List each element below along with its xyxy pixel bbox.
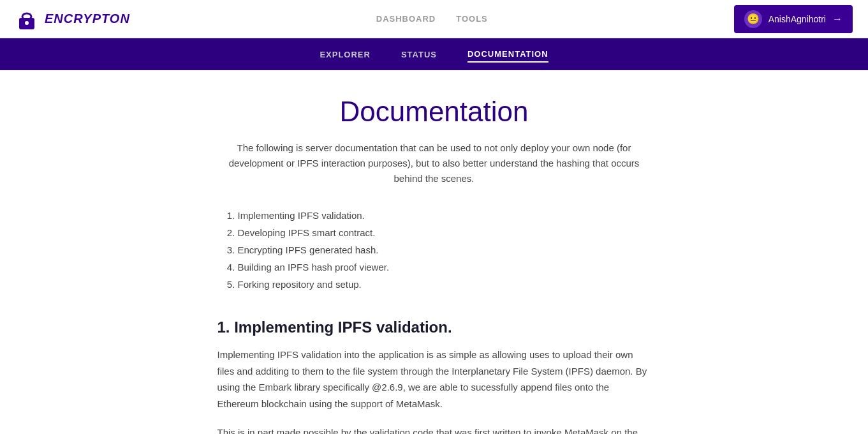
svg-point-2 [25,21,29,25]
lock-icon [15,8,38,31]
logout-icon: → [832,13,842,25]
subnav-status[interactable]: STATUS [401,47,437,62]
main-content: Documentation The following is server do… [205,70,664,434]
section1-title: 1. Implementing IPFS validation. [217,318,651,336]
intro-paragraph: The following is server documentation th… [217,140,651,186]
sub-navbar: EXPLORER STATUS DOCUMENTATION [0,38,868,70]
section1-body1: Implementing IPFS validation into the ap… [217,347,651,412]
list-item: Forking repository and setup. [238,276,651,293]
avatar: 😐 [744,10,762,28]
subnav-explorer[interactable]: EXPLORER [320,47,371,62]
username: AnishAgnihotri [769,14,826,24]
section1-body2: This is in part made possible by the val… [217,424,651,434]
list-item: Encrypting IPFS generated hash. [238,241,651,258]
top-navbar: ENCRYPTON DASHBOARD TOOLs 😐 AnishAgnihot… [0,0,868,38]
user-badge[interactable]: 😐 AnishAgnihotri → [734,5,853,33]
main-nav-links: DASHBOARD TOOLs [376,14,488,24]
nav-dashboard[interactable]: DASHBOARD [376,14,436,24]
list-item: Implementing IPFS validation. [238,207,651,224]
list-item: Building an IPFS hash proof viewer. [238,258,651,276]
svg-rect-1 [22,13,31,20]
page-title: Documentation [217,96,651,128]
nav-tools[interactable]: TOOLs [456,14,488,24]
table-of-contents: Implementing IPFS validation. Developing… [217,207,651,293]
logo-area: ENCRYPTON [15,8,130,31]
subnav-documentation[interactable]: DOCUMENTATION [467,47,548,63]
brand-name: ENCRYPTON [45,11,130,26]
list-item: Developing IPFS smart contract. [238,224,651,241]
